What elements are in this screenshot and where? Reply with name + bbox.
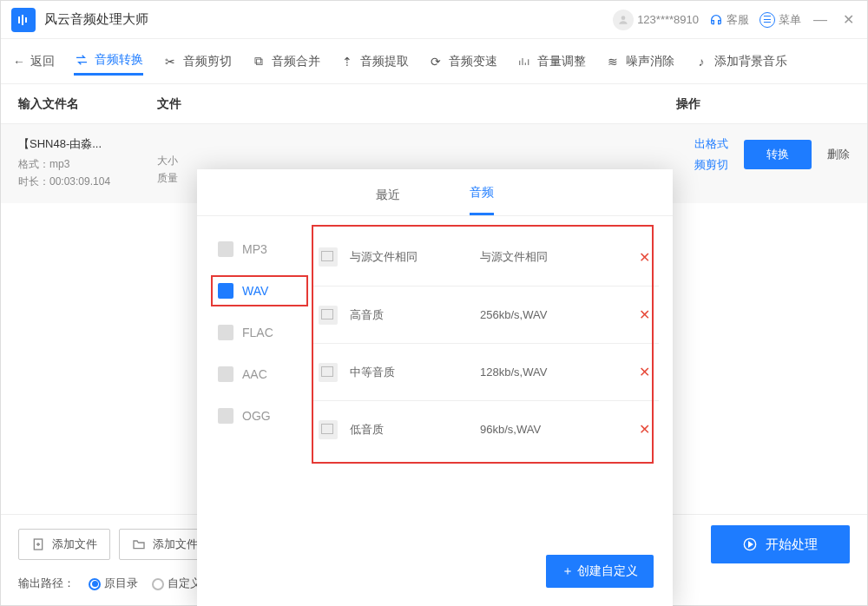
delete-quality-icon[interactable]: ✕ <box>639 364 650 380</box>
back-label: 返回 <box>30 54 55 69</box>
fmt-label: MP3 <box>242 242 267 256</box>
menu-label: 菜单 <box>779 12 801 28</box>
file-name: 【SHN48-由淼... <box>18 136 157 152</box>
menu-link[interactable]: ☰ 菜单 <box>760 12 801 28</box>
delete-link[interactable]: 删除 <box>827 147 850 162</box>
titlebar: 风云音频处理大师 123****8910 客服 ☰ 菜单 — ✕ <box>1 1 867 39</box>
file-duration: 00:03:09.104 <box>49 175 110 188</box>
quality-option-same[interactable]: 与源文件相同 与源文件相同 ✕ <box>313 228 659 286</box>
extract-icon: ⇡ <box>339 54 355 69</box>
dd-tab-audio[interactable]: 音频 <box>470 185 494 215</box>
fmt-ogg[interactable]: OGG <box>197 395 308 437</box>
back-button[interactable]: ← 返回 <box>13 49 55 75</box>
fmt-label: OGG <box>242 409 271 423</box>
add-file-button[interactable]: 添加文件 <box>18 529 110 560</box>
svg-point-3 <box>621 16 626 20</box>
fmt-flac[interactable]: FLAC <box>197 312 308 353</box>
tab-noise[interactable]: ≋ 噪声消除 <box>605 49 674 75</box>
speed-icon: ⟳ <box>428 54 444 69</box>
fmt-mp3[interactable]: MP3 <box>197 228 308 270</box>
svg-rect-0 <box>18 16 20 23</box>
start-process-button[interactable]: 开始处理 <box>711 525 850 563</box>
headset-icon <box>709 13 723 27</box>
th-file: 文件 <box>157 96 296 112</box>
play-icon <box>743 537 757 551</box>
tab-audio-convert[interactable]: 音频转换 <box>74 47 143 76</box>
ogg-icon <box>218 408 233 424</box>
create-label: 创建自定义 <box>577 563 638 577</box>
output-path-label: 输出路径： <box>18 576 75 591</box>
tab-bgm[interactable]: ♪ 添加背景音乐 <box>694 49 787 75</box>
audio-cut-link[interactable]: 频剪切 <box>694 157 728 173</box>
quality-option-low[interactable]: 低音质 96kb/s,WAV ✕ <box>313 400 659 458</box>
fmt-label: 格式： <box>18 158 49 170</box>
tab-audio-cut[interactable]: ✂ 音频剪切 <box>162 49 232 75</box>
fmt-wav[interactable]: WAV <box>197 270 308 312</box>
radio-icon <box>89 578 101 590</box>
radio-custom[interactable]: 自定义 <box>152 576 201 591</box>
output-format-link[interactable]: 出格式 <box>694 136 728 152</box>
close-button[interactable]: ✕ <box>839 11 857 28</box>
volume-icon <box>516 54 532 69</box>
quality-option-high[interactable]: 高音质 256kb/s,WAV ✕ <box>313 286 659 343</box>
delete-quality-icon[interactable]: ✕ <box>639 306 650 323</box>
delete-quality-icon[interactable]: ✕ <box>639 249 650 266</box>
th-filename: 输入文件名 <box>18 96 157 112</box>
tab-volume[interactable]: 音量调整 <box>516 49 586 75</box>
dur-label: 时长： <box>18 175 49 188</box>
btn-label: 开始处理 <box>766 537 818 553</box>
folder-add-icon <box>132 537 146 551</box>
tab-label: 噪声消除 <box>626 54 674 69</box>
tab-label: 音频剪切 <box>183 54 232 69</box>
tab-audio-speed[interactable]: ⟳ 音频变速 <box>428 49 497 75</box>
quality-spec: 256kb/s,WAV <box>480 308 593 321</box>
tab-audio-merge[interactable]: ⧉ 音频合并 <box>251 49 320 75</box>
fmt-label: WAV <box>242 284 268 298</box>
quality-name: 高音质 <box>350 307 480 323</box>
delete-quality-icon[interactable]: ✕ <box>639 421 650 438</box>
minimize-button[interactable]: — <box>812 12 829 28</box>
scissors-icon: ✂ <box>162 54 178 69</box>
file-icon <box>319 420 338 439</box>
size-label: 大小 <box>157 152 209 169</box>
fmt-aac[interactable]: AAC <box>197 353 308 395</box>
arrow-left-icon: ← <box>13 55 25 69</box>
wav-icon <box>218 283 233 299</box>
radio-same-dir[interactable]: 原目录 <box>89 576 138 591</box>
file-icon <box>319 306 338 325</box>
quality-name: 中等音质 <box>350 365 480 380</box>
quality-option-medium[interactable]: 中等音质 128kb/s,WAV ✕ <box>313 343 659 400</box>
tab-label: 音量调整 <box>537 54 586 69</box>
service-link[interactable]: 客服 <box>709 12 749 28</box>
service-label: 客服 <box>727 12 749 28</box>
tab-label: 音频提取 <box>360 54 409 69</box>
radio-label: 原目录 <box>104 576 138 590</box>
flac-icon <box>218 325 233 340</box>
tab-audio-extract[interactable]: ⇡ 音频提取 <box>339 49 409 75</box>
quality-name: 与源文件相同 <box>350 249 480 265</box>
quality-spec: 96kb/s,WAV <box>480 423 593 436</box>
dd-tab-recent[interactable]: 最近 <box>376 188 400 215</box>
tab-label: 音频合并 <box>272 54 320 69</box>
avatar-icon <box>613 10 634 30</box>
noise-icon: ≋ <box>605 54 621 69</box>
format-dropdown: 最近 音频 MP3 WAV FLAC AAC OGG 与源文件相同 与源文件相同 <box>197 169 673 606</box>
tab-label: 添加背景音乐 <box>714 54 787 69</box>
mp3-icon <box>218 241 233 257</box>
file-format: mp3 <box>49 158 69 170</box>
svg-rect-1 <box>22 15 23 25</box>
file-icon <box>319 247 338 267</box>
merge-icon: ⧉ <box>251 54 266 69</box>
menu-icon: ☰ <box>760 12 775 28</box>
aac-icon <box>218 366 233 382</box>
create-custom-button[interactable]: ＋ 创建自定义 <box>546 555 654 588</box>
quality-spec: 与源文件相同 <box>480 249 593 265</box>
fmt-label: FLAC <box>242 326 273 339</box>
convert-icon <box>74 52 89 68</box>
table-header: 输入文件名 文件 操作 <box>1 84 867 124</box>
user-account[interactable]: 123****8910 <box>613 10 699 30</box>
convert-button[interactable]: 转换 <box>744 140 812 169</box>
radio-icon <box>152 578 164 590</box>
file-add-icon <box>31 537 45 551</box>
format-sidebar: MP3 WAV FLAC AAC OGG <box>197 216 308 606</box>
